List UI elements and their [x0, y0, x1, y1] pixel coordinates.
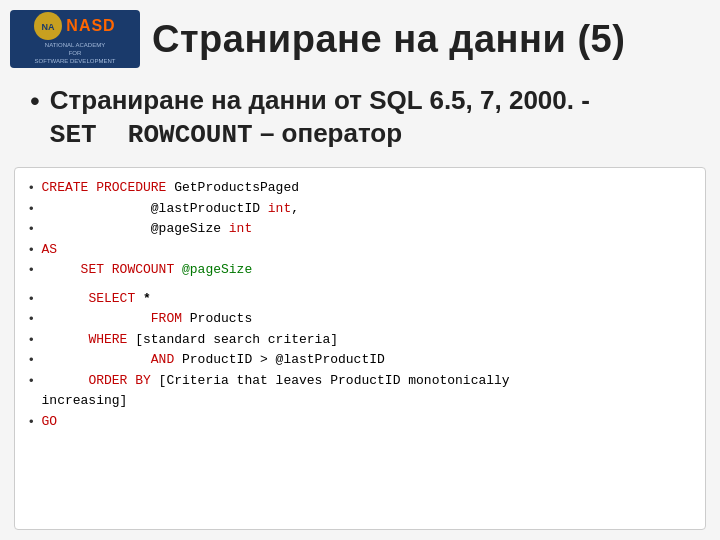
code-line-5: • SET ROWCOUNT @pageSize: [29, 260, 691, 280]
code-line-10: • ORDER BY [Criteria that leaves Product…: [29, 371, 691, 391]
logo-top: NA NASD: [34, 12, 115, 40]
code-text-4: AS: [42, 240, 58, 260]
code-text-1: CREATE PROCEDURE GetProductsPaged: [42, 178, 299, 198]
slide: NA NASD NATIONAL ACADEMYFORSOFTWARE DEVE…: [0, 0, 720, 540]
code-text-8: WHERE [standard search criteria]: [42, 330, 338, 350]
code-line-8: • WHERE [standard search criteria]: [29, 330, 691, 350]
code-bullet-10: •: [29, 373, 34, 388]
logo-subtitle: NATIONAL ACADEMYFORSOFTWARE DEVELOPMENT: [35, 42, 116, 65]
code-text-3: @pageSize int: [42, 219, 253, 239]
heading-text: Страниране на данни от SQL 6.5, 7, 2000.…: [50, 84, 690, 151]
code-text-6: SELECT *: [42, 289, 151, 309]
code-text-2: @lastProductID int,: [42, 199, 299, 219]
logo-name: NASD: [66, 17, 115, 35]
logo-box: NA NASD NATIONAL ACADEMYFORSOFTWARE DEVE…: [10, 10, 140, 68]
code-bullet-2: •: [29, 201, 34, 216]
code-line-2: • @lastProductID int,: [29, 199, 691, 219]
heading-bullet: • Страниране на данни от SQL 6.5, 7, 200…: [30, 84, 690, 151]
code-line-12: • GO: [29, 412, 691, 432]
heading-section: • Страниране на данни от SQL 6.5, 7, 200…: [0, 74, 720, 159]
code-line-4: • AS: [29, 240, 691, 260]
code-bullet-3: •: [29, 221, 34, 236]
logo-area: NA NASD NATIONAL ACADEMYFORSOFTWARE DEVE…: [10, 10, 140, 68]
code-line-11: • increasing]: [29, 391, 691, 411]
code-text-9: AND ProductID > @lastProductID: [42, 350, 385, 370]
code-section: • CREATE PROCEDURE GetProductsPaged • @l…: [14, 167, 706, 530]
code-bullet-7: •: [29, 311, 34, 326]
code-line-7: • FROM Products: [29, 309, 691, 329]
code-line-9: • AND ProductID > @lastProductID: [29, 350, 691, 370]
code-text-11: increasing]: [42, 391, 128, 411]
code-bullet-4: •: [29, 242, 34, 257]
code-text-7: FROM Products: [42, 309, 253, 329]
code-bullet-12: •: [29, 414, 34, 429]
code-text-5: SET ROWCOUNT @pageSize: [42, 260, 253, 280]
code-bullet-5: •: [29, 262, 34, 277]
svg-text:NA: NA: [42, 22, 55, 32]
header: NA NASD NATIONAL ACADEMYFORSOFTWARE DEVE…: [0, 0, 720, 74]
code-gap-1: [29, 281, 691, 289]
heading-prefix: Страниране на данни от SQL 6.5, 7, 2000.…: [50, 85, 590, 115]
code-line-3: • @pageSize int: [29, 219, 691, 239]
code-text-10: ORDER BY [Criteria that leaves ProductID…: [42, 371, 510, 391]
code-line-1: • CREATE PROCEDURE GetProductsPaged: [29, 178, 691, 198]
heading-bullet-dot: •: [30, 86, 40, 117]
code-line-6: • SELECT *: [29, 289, 691, 309]
code-bullet-9: •: [29, 352, 34, 367]
code-bullet-1: •: [29, 180, 34, 195]
heading-suffix: – оператор: [253, 118, 402, 148]
code-bullet-6: •: [29, 291, 34, 306]
code-bullet-8: •: [29, 332, 34, 347]
heading-code: SET ROWCOUNT: [50, 120, 253, 150]
logo-emblem: NA: [34, 12, 62, 40]
code-text-12: GO: [42, 412, 58, 432]
page-title: Страниране на данни (5): [152, 18, 625, 61]
